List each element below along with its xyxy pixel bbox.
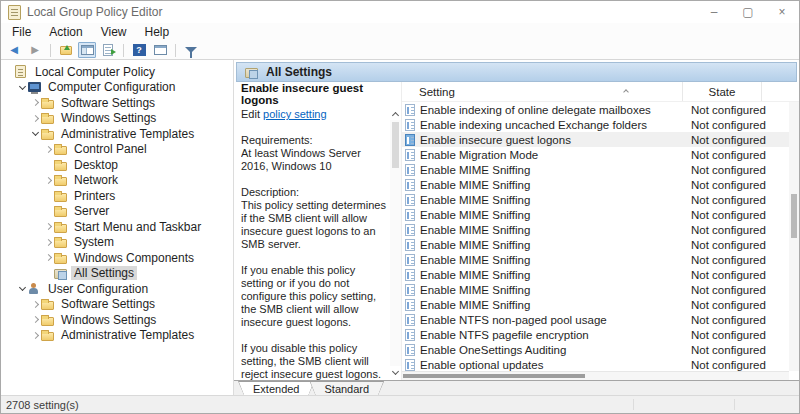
all-settings-icon (54, 269, 67, 279)
tree-item-user-configuration[interactable]: User Configuration (1, 281, 233, 297)
export-list-icon[interactable] (99, 42, 117, 58)
setting-row[interactable]: Enable MIME SniffingNot configured (402, 177, 789, 192)
expander-expanded-icon[interactable] (30, 132, 41, 135)
tree-item-windows-settings[interactable]: Windows Settings (1, 111, 233, 127)
setting-state: Not configured (682, 164, 777, 176)
title-bar[interactable]: Local Group Policy Editor – ▢ × (1, 1, 799, 23)
show-window-icon[interactable] (151, 42, 169, 58)
setting-state: Not configured (682, 194, 777, 206)
expander-collapsed-icon[interactable] (43, 147, 54, 152)
expander-collapsed-icon[interactable] (43, 240, 54, 245)
setting-row[interactable]: Enable Migration ModeNot configured (402, 147, 789, 162)
tree-item-server[interactable]: Server (1, 204, 233, 220)
maximize-button[interactable]: ▢ (731, 1, 765, 23)
policy-setting-icon (405, 164, 415, 176)
list-vertical-scrollbar[interactable] (789, 102, 799, 371)
expander-collapsed-icon[interactable] (43, 255, 54, 260)
column-header-state[interactable]: State (682, 82, 762, 101)
tree-item-label: System (71, 235, 117, 249)
tree-item-windows-settings[interactable]: Windows Settings (1, 312, 233, 328)
menu-item-action[interactable]: Action (40, 24, 91, 40)
tree-item-administrative-templates[interactable]: Administrative Templates (1, 328, 233, 344)
details-scrollbar-thumb[interactable] (392, 122, 399, 168)
setting-name-cell: Enable optional updates (402, 359, 682, 371)
list-horizontal-scrollbar[interactable] (402, 371, 789, 380)
details-scrollbar-track[interactable] (390, 120, 401, 366)
minimize-button[interactable]: – (697, 1, 731, 23)
setting-row[interactable]: Enable indexing of online delegate mailb… (402, 102, 789, 117)
menu-item-view[interactable]: View (92, 24, 136, 40)
tree-item-system[interactable]: System (1, 235, 233, 251)
setting-row[interactable]: Enable MIME SniffingNot configured (402, 222, 789, 237)
tree-item-computer-configuration[interactable]: Computer Configuration (1, 80, 233, 96)
status-divider (734, 399, 735, 410)
tree-item-label: Administrative Templates (58, 328, 197, 342)
setting-row[interactable]: Enable MIME SniffingNot configured (402, 267, 789, 282)
tree-item-start-menu-and-taskbar[interactable]: Start Menu and Taskbar (1, 219, 233, 235)
setting-row[interactable]: Enable MIME SniffingNot configured (402, 252, 789, 267)
scroll-down-icon[interactable] (393, 366, 398, 378)
tree-item-label: Software Settings (58, 297, 158, 311)
menu-item-help[interactable]: Help (136, 24, 179, 40)
filter-icon[interactable] (182, 42, 200, 58)
setting-row[interactable]: Enable optional updatesNot configured (402, 357, 789, 371)
setting-name-cell: Enable MIME Sniffing (402, 164, 682, 176)
expander-collapsed-icon[interactable] (43, 224, 54, 229)
tree-item-all-settings[interactable]: All Settings (1, 266, 233, 282)
up-one-level-icon[interactable] (57, 42, 75, 58)
tree-item-control-panel[interactable]: Control Panel (1, 142, 233, 158)
scroll-up-icon[interactable] (393, 108, 398, 120)
policy-paragraph: If you disable this policy setting, the … (241, 342, 390, 380)
status-bar: 2708 setting(s) (1, 395, 799, 413)
tree-item-network[interactable]: Network (1, 173, 233, 189)
forward-icon[interactable]: ▶ (26, 42, 44, 58)
expander-collapsed-icon[interactable] (30, 317, 41, 322)
tree-item-software-settings[interactable]: Software Settings (1, 297, 233, 313)
expander-collapsed-icon[interactable] (30, 100, 41, 105)
column-header-setting[interactable]: Setting (402, 86, 682, 98)
tree-item-printers[interactable]: Printers (1, 188, 233, 204)
tree-item-windows-components[interactable]: Windows Components (1, 250, 233, 266)
setting-row[interactable]: Enable insecure guest logonsNot configur… (402, 132, 789, 147)
setting-row[interactable]: Enable MIME SniffingNot configured (402, 207, 789, 222)
expander-collapsed-icon[interactable] (43, 178, 54, 183)
tree-item-software-settings[interactable]: Software Settings (1, 95, 233, 111)
setting-row[interactable]: Enable MIME SniffingNot configured (402, 192, 789, 207)
setting-row[interactable]: Enable indexing uncached Exchange folder… (402, 117, 789, 132)
show-console-tree-icon[interactable] (78, 42, 96, 58)
close-button[interactable]: × (765, 1, 799, 23)
setting-name: Enable MIME Sniffing (420, 299, 530, 311)
expander-expanded-icon[interactable] (17, 86, 28, 89)
edit-policy-setting-link[interactable]: policy setting (263, 108, 327, 120)
setting-state: Not configured (682, 179, 777, 191)
policy-setting-icon (405, 359, 415, 371)
setting-row[interactable]: Enable MIME SniffingNot configured (402, 162, 789, 177)
tab-extended[interactable]: Extended (238, 381, 314, 395)
expander-collapsed-icon[interactable] (30, 333, 41, 338)
menu-bar: FileActionViewHelp (1, 23, 799, 41)
v-scrollbar-thumb[interactable] (791, 194, 797, 238)
policy-setting-icon (405, 194, 415, 206)
setting-row[interactable]: Enable MIME SniffingNot configured (402, 237, 789, 252)
menu-item-file[interactable]: File (3, 24, 40, 40)
setting-row[interactable]: Enable NTFS non-paged pool usageNot conf… (402, 312, 789, 327)
details-scrollbar[interactable] (390, 106, 401, 380)
help-icon[interactable]: ? (130, 42, 148, 58)
expander-expanded-icon[interactable] (17, 287, 28, 290)
tree-item-administrative-templates[interactable]: Administrative Templates (1, 126, 233, 142)
setting-row[interactable]: Enable MIME SniffingNot configured (402, 297, 789, 312)
h-scrollbar-thumb[interactable] (403, 374, 585, 378)
setting-row[interactable]: Enable MIME SniffingNot configured (402, 282, 789, 297)
setting-row[interactable]: Enable NTFS pagefile encryptionNot confi… (402, 327, 789, 342)
setting-row[interactable]: Enable OneSettings AuditingNot configure… (402, 342, 789, 357)
window-controls: – ▢ × (697, 1, 799, 23)
tab-standard[interactable]: Standard (309, 381, 384, 395)
tree-item-label: Computer Configuration (45, 80, 178, 94)
expander-collapsed-icon[interactable] (30, 116, 41, 121)
tree-item-local-computer-policy[interactable]: Local Computer Policy (1, 64, 233, 80)
toolbar-separator (175, 44, 176, 57)
expander-collapsed-icon[interactable] (30, 302, 41, 307)
tree-item-desktop[interactable]: Desktop (1, 157, 233, 173)
back-icon[interactable]: ◀ (5, 42, 23, 58)
setting-name: Enable MIME Sniffing (420, 269, 530, 281)
